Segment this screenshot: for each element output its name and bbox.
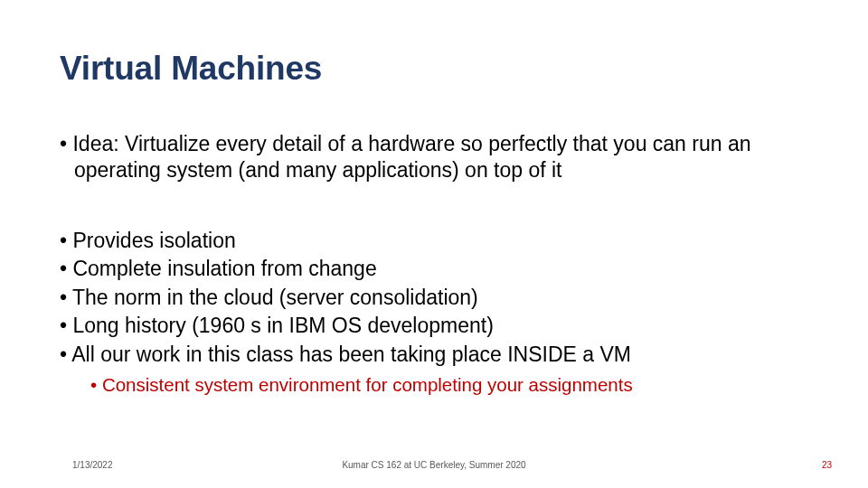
bullet-insulation: Complete insulation from change (60, 256, 823, 282)
sub-bullet-consistent-env: Consistent system environment for comple… (90, 373, 823, 398)
slide-body: Idea: Virtualize every detail of a hardw… (60, 131, 823, 398)
slide-title: Virtual Machines (60, 50, 322, 88)
bullet-idea: Idea: Virtualize every detail of a hardw… (60, 131, 823, 184)
bullet-isolation: Provides isolation (60, 228, 823, 254)
footer-center: Kumar CS 162 at UC Berkeley, Summer 2020 (0, 460, 868, 470)
footer-page-number: 23 (822, 460, 832, 470)
bullet-group-1: Idea: Virtualize every detail of a hardw… (60, 131, 823, 184)
slide: Virtual Machines Idea: Virtualize every … (0, 0, 868, 488)
slide-footer: 1/13/2022 Kumar CS 162 at UC Berkeley, S… (0, 454, 868, 470)
bullet-history: Long history (1960 s in IBM OS developme… (60, 313, 823, 339)
bullet-group-2: Provides isolation Complete insulation f… (60, 228, 823, 368)
bullet-cloud: The norm in the cloud (server consolidat… (60, 285, 823, 311)
bullet-class-vm: All our work in this class has been taki… (60, 342, 823, 368)
